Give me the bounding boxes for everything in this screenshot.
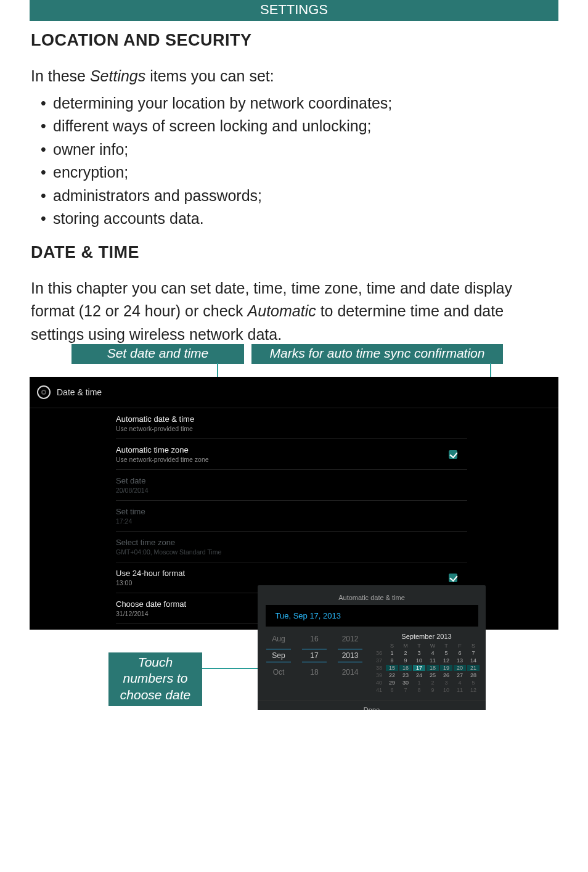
checkbox-checked-icon[interactable] [449,450,457,459]
calendar-weekday: F [454,643,466,649]
intro-prefix: In these [31,67,90,84]
calendar-day[interactable]: 22 [386,672,398,678]
calendar-day[interactable]: 3 [413,650,425,656]
setting-label: Automatic date & time [116,414,194,424]
month-next[interactable]: Oct [273,666,285,678]
calendar-day[interactable]: 10 [413,657,425,664]
month-selected[interactable]: Sep [266,649,291,662]
calendar-week-number: 37 [374,657,385,664]
setting-label: Use 24-hour format [116,569,185,578]
calendar-day[interactable]: 30 [399,680,412,686]
year-selected[interactable]: 2013 [338,649,362,662]
calendar-day: 20 [454,665,466,671]
calendar-day: 1 [413,680,425,686]
calendar-day[interactable]: 5 [440,650,452,656]
intro-suffix: items you can set: [145,67,274,84]
calendar-weekday: S [386,643,398,649]
callout-touch-numbers: Touch numbers to choose date [108,652,202,706]
calendar-weekday: W [427,643,439,649]
calendar-day[interactable]: 7 [467,650,480,656]
calendar-title: September 2013 [374,633,480,640]
calendar-day[interactable]: 29 [386,680,398,686]
screen-title: Date & time [57,387,102,397]
setting-label: Automatic time zone [116,445,209,455]
calendar-week-number: 41 [374,687,385,693]
setting-label: Set time [116,507,145,516]
year-prev[interactable]: 2012 [342,633,359,645]
month-prev[interactable]: Aug [272,633,285,645]
bullet-item: determining your location by network coo… [41,92,557,115]
day-prev[interactable]: 16 [310,633,318,645]
setting-row[interactable]: Automatic date & timeUse network-provide… [116,408,467,439]
calendar-day[interactable]: 24 [413,672,425,678]
calendar-day: 2 [427,680,439,686]
callout-auto-sync-marks: Marks for auto time sync confirmation [251,344,503,364]
setting-row[interactable]: Set time17:24 [116,501,467,532]
calendar-day: 15 [386,665,398,671]
setting-sublabel: 31/12/2014 [116,610,186,617]
checkbox-checked-icon[interactable] [449,574,457,582]
day-selected[interactable]: 17 [302,649,327,662]
day-next[interactable]: 18 [310,666,318,678]
setting-row[interactable]: Select time zoneGMT+04:00, Moscow Standa… [116,532,467,562]
setting-sublabel: 20/08/2014 [116,487,149,494]
setting-sublabel: Use network-provided time zone [116,456,209,463]
setting-row[interactable]: Set date20/08/2014 [116,470,467,501]
section-title-datetime: DATE & TIME [31,243,557,262]
setting-label: Set date [116,476,149,485]
calendar-day: 6 [386,687,398,693]
calendar-day[interactable]: 6 [454,650,466,656]
calendar-day: 4 [454,680,466,686]
calendar-day: 5 [467,680,480,686]
calendar-week-number: 38 [374,665,385,671]
month-spinner[interactable]: Aug Sep Oct [266,633,291,693]
bullet-list: determining your location by network coo… [41,92,557,231]
picker-topbar [258,585,486,593]
calendar-day[interactable]: 26 [440,672,452,678]
calendar-day[interactable]: 27 [454,672,466,678]
setting-row[interactable]: Automatic time zoneUse network-provided … [116,439,467,470]
day-spinner[interactable]: 16 17 18 [302,633,327,693]
calendar-day: 18 [427,665,439,671]
bullet-item: different ways of screen locking and unl… [41,115,557,138]
year-spinner[interactable]: 2012 2013 2014 [338,633,362,693]
calendar-day[interactable]: 1 [386,650,398,656]
done-button[interactable]: Done [258,701,486,710]
calendar-weekday: M [399,643,412,649]
calendar-day: 11 [454,687,466,693]
bullet-item: owner info; [41,138,557,162]
setting-sublabel: Use network-provided time [116,425,194,432]
calendar-day[interactable]: 14 [467,657,480,664]
calendar-day[interactable]: 2 [399,650,412,656]
setting-label: Select time zone [116,538,221,547]
intro-emphasis: Settings [90,67,145,84]
section-title-location: LOCATION AND SECURITY [31,31,557,50]
calendar-day[interactable]: 8 [386,657,398,664]
picker-dialog-title: Automatic date & time [258,593,486,605]
setting-sublabel: 13:00 [116,579,185,586]
calendar-day[interactable]: 11 [427,657,439,664]
calendar-day[interactable]: 25 [427,672,439,678]
callout-set-date-time: Set date and time [71,344,244,364]
year-next[interactable]: 2014 [342,666,359,678]
calendar-weekday: T [413,643,425,649]
calendar-day[interactable]: 13 [454,657,466,664]
calendar-day: 10 [440,687,452,693]
calendar-day: 3 [440,680,452,686]
calendar-day[interactable]: 12 [440,657,452,664]
calendar-weekday: T [440,643,452,649]
bullet-item: administrators and passwords; [41,184,557,208]
calendar-day[interactable]: 4 [427,650,439,656]
calendar-grid[interactable]: September 2013 SMTWTFS361234567378910111… [374,633,480,693]
calendar-weekday: S [467,643,480,649]
calendar-corner [374,643,385,649]
intro-text: In these Settings items you can set: [31,65,557,88]
calendar-day[interactable]: 23 [399,672,412,678]
datetime-paragraph: In this chapter you can set date, time, … [31,277,557,347]
calendar-day: 12 [467,687,480,693]
calendar-day[interactable]: 28 [467,672,480,678]
calendar-day: 21 [467,665,480,671]
calendar-day[interactable]: 9 [399,657,412,664]
setting-sublabel: 17:24 [116,517,145,525]
calendar-day: 7 [399,687,412,693]
